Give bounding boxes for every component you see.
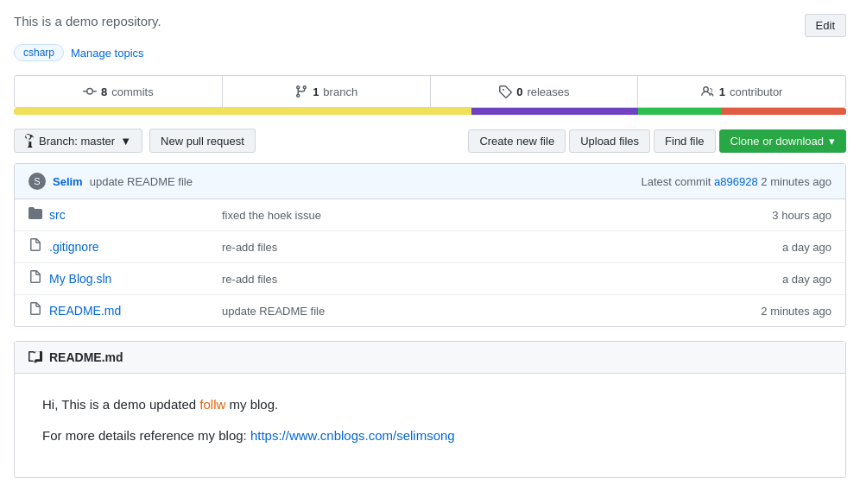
language-bar — [14, 108, 846, 115]
avatar: S — [28, 173, 46, 190]
commits-count: 8 — [101, 85, 107, 98]
commit-hash[interactable]: a896928 — [714, 175, 758, 188]
file-table: S Selim update README file Latest commit… — [14, 163, 846, 327]
clone-download-button[interactable]: Clone or download ▾ — [719, 129, 846, 153]
file-time: a day ago — [702, 273, 832, 286]
file-time: a day ago — [702, 241, 832, 254]
branches-stat[interactable]: 1 branch — [223, 76, 431, 107]
readme-line2: For more details reference my blog: http… — [42, 425, 818, 446]
readme-body: Hi, This is a demo updated follw my blog… — [15, 374, 845, 477]
file-icon — [28, 270, 42, 287]
file-row: README.md update README file 2 minutes a… — [15, 295, 845, 326]
file-time: 2 minutes ago — [702, 305, 832, 318]
create-new-file-button[interactable]: Create new file — [468, 129, 566, 153]
commit-meta: Latest commit a896928 2 minutes ago — [642, 175, 832, 188]
contributors-label: contributor — [730, 85, 782, 98]
file-row: .gitignore re-add files a day ago — [15, 231, 845, 263]
clone-dropdown-icon: ▾ — [829, 135, 835, 148]
file-name[interactable]: README.md — [49, 304, 222, 318]
left-actions: Branch: master ▼ New pull request — [14, 129, 256, 153]
file-name[interactable]: .gitignore — [49, 240, 222, 254]
file-commit-message: re-add files — [222, 241, 702, 254]
lang-segment-red — [721, 108, 846, 115]
stats-bar: 8 commits 1 branch 0 releases 1 contribu… — [14, 75, 846, 108]
file-row: My Blog.sln re-add files a day ago — [15, 263, 845, 295]
readme-header: README.md — [15, 342, 845, 374]
commit-message: update README file — [90, 175, 193, 188]
upload-files-button[interactable]: Upload files — [569, 129, 650, 153]
readme-highlight: follw — [199, 397, 225, 412]
file-commit-message: re-add files — [222, 273, 702, 286]
branch-dropdown-icon: ▼ — [120, 135, 131, 148]
commits-stat[interactable]: 8 commits — [15, 76, 223, 107]
releases-count: 0 — [516, 85, 522, 98]
commits-icon — [83, 85, 97, 98]
file-rows: src fixed the hoek issue 3 hours ago .gi… — [15, 199, 845, 326]
commit-time: 2 minutes ago — [761, 175, 832, 188]
right-actions: Create new file Upload files Find file C… — [468, 129, 846, 153]
readme-section: README.md Hi, This is a demo updated fol… — [14, 341, 846, 478]
find-file-button[interactable]: Find file — [654, 129, 716, 153]
contributors-count: 1 — [719, 85, 725, 98]
file-row: src fixed the hoek issue 3 hours ago — [15, 199, 845, 231]
commit-username[interactable]: Selim — [53, 175, 83, 188]
commits-label: commits — [111, 85, 153, 98]
releases-icon — [498, 85, 512, 98]
lang-segment-green — [638, 108, 721, 115]
topic-csharp[interactable]: csharp — [14, 44, 64, 61]
branches-label: branch — [323, 85, 357, 98]
folder-icon — [28, 206, 42, 224]
file-icon — [28, 270, 42, 284]
contributors-icon — [701, 85, 715, 98]
new-pull-request-button[interactable]: New pull request — [149, 129, 256, 153]
file-icon — [28, 238, 42, 255]
manage-topics-link[interactable]: Manage topics — [71, 47, 144, 60]
file-icon — [28, 302, 42, 319]
readme-line1-suffix: my blog. — [225, 397, 278, 412]
action-bar: Branch: master ▼ New pull request Create… — [14, 129, 846, 153]
releases-stat[interactable]: 0 releases — [431, 76, 639, 107]
branches-count: 1 — [313, 85, 319, 98]
file-name[interactable]: My Blog.sln — [49, 272, 222, 286]
lang-segment-yellow — [14, 108, 471, 115]
folder-icon — [28, 206, 42, 220]
readme-icon — [28, 350, 42, 364]
repo-description: This is a demo repository. — [14, 14, 161, 28]
readme-link[interactable]: https://www.cnblogs.com/selimsong — [250, 428, 455, 443]
lang-segment-purple — [471, 108, 638, 115]
readme-line1: Hi, This is a demo updated follw my blog… — [42, 394, 818, 415]
file-icon — [28, 238, 42, 252]
branch-icon — [294, 85, 308, 98]
readme-line1-prefix: Hi, This is a demo updated — [42, 397, 199, 412]
branch-selector[interactable]: Branch: master ▼ — [14, 129, 142, 153]
file-name[interactable]: src — [49, 208, 222, 222]
clone-download-label: Clone or download — [730, 135, 824, 148]
releases-label: releases — [527, 85, 569, 98]
topics-bar: csharp Manage topics — [14, 44, 846, 61]
commit-author: S Selim update README file — [28, 173, 193, 190]
commit-row: S Selim update README file Latest commit… — [15, 164, 845, 199]
branch-label: Branch: master — [39, 135, 115, 148]
branch-selector-icon — [25, 134, 34, 148]
latest-commit-label: Latest commit — [642, 175, 711, 188]
file-time: 3 hours ago — [702, 209, 832, 222]
file-commit-message: fixed the hoek issue — [222, 209, 702, 222]
contributors-stat[interactable]: 1 contributor — [638, 76, 845, 107]
readme-line2-prefix: For more details reference my blog: — [42, 428, 250, 443]
readme-title: README.md — [49, 350, 123, 364]
file-icon — [28, 302, 42, 316]
file-commit-message: update README file — [222, 305, 702, 318]
edit-button[interactable]: Edit — [805, 14, 846, 37]
